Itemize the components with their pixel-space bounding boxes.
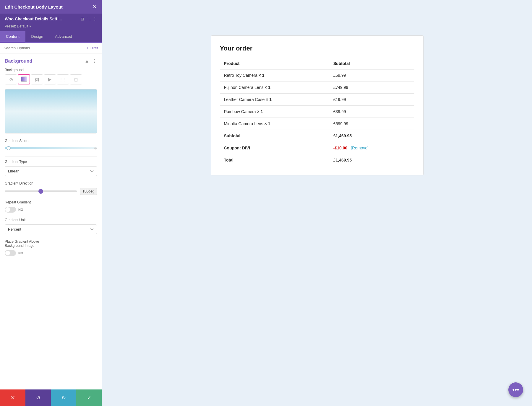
- tab-bar: Content Design Advanced: [0, 31, 102, 43]
- main-content: Your order Product Subtotal Retro Toy Ca…: [102, 0, 532, 406]
- gradient-direction-section: Gradient Direction 180deg: [5, 181, 97, 195]
- bg-type-gradient[interactable]: [18, 74, 30, 84]
- place-gradient-thumb: [5, 251, 10, 255]
- bg-type-image[interactable]: 🖼: [31, 74, 43, 84]
- table-row: Minolta Camera Lens × 1 £599.99: [220, 118, 414, 130]
- place-gradient-toggle-row: NO: [5, 250, 97, 256]
- gradient-type-label: Gradient Type: [5, 160, 97, 164]
- place-gradient-section: Place Gradient Above Background Image NO: [5, 239, 97, 256]
- gradient-type-dropdown[interactable]: Linear Radial Conic: [5, 166, 97, 176]
- repeat-gradient-thumb: [5, 207, 10, 212]
- order-card: Your order Product Subtotal Retro Toy Ca…: [211, 35, 424, 175]
- floating-btn-icon: •••: [512, 386, 519, 394]
- product-cell: Rainbow Camera × 1: [220, 106, 329, 118]
- preset-text[interactable]: Preset: Default ▾: [0, 24, 102, 31]
- gradient-type-section: Gradient Type Linear Radial Conic: [5, 160, 97, 176]
- repeat-gradient-toggle-label: NO: [18, 208, 23, 211]
- gradient-preview: [5, 89, 97, 133]
- cancel-button[interactable]: ✕: [0, 389, 25, 406]
- background-section-title: Background: [5, 58, 32, 64]
- gradient-stops-slider[interactable]: ⊕: [5, 145, 97, 151]
- repeat-gradient-section: Repeat Gradient NO: [5, 200, 97, 213]
- search-area: + Filter: [0, 43, 102, 53]
- video-icon: ▶: [48, 77, 52, 82]
- subtotal-row: Subtotal £1,469.95: [220, 130, 414, 142]
- place-gradient-toggle[interactable]: [5, 250, 16, 256]
- gradient-unit-section: Gradient Unit Percent Pixel: [5, 218, 97, 234]
- repeat-gradient-toggle-row: NO: [5, 207, 97, 213]
- product-cell: Fujinon Camera Lens × 1: [220, 81, 329, 94]
- tab-content[interactable]: Content: [0, 31, 25, 42]
- col-product: Product: [220, 58, 329, 69]
- sidebar-footer: ✕ ↺ ↻ ✓: [0, 389, 102, 406]
- responsive-icon[interactable]: ⊡: [81, 17, 84, 21]
- subtotal-label: Subtotal: [220, 130, 329, 142]
- undo-button[interactable]: ↺: [25, 389, 51, 406]
- background-field: Background ⊘: [5, 68, 97, 133]
- product-cell: Leather Camera Case × 1: [220, 94, 329, 106]
- widget-icon-group: ⊡ ⬚ ⋮: [81, 17, 97, 21]
- gradient-direction-label: Gradient Direction: [5, 181, 97, 185]
- subtotal-cell: £749.99: [329, 81, 414, 94]
- coupon-label: Coupon: DIVI: [220, 142, 329, 154]
- widget-title: Woo Checkout Details Setti...: [5, 17, 78, 21]
- mask-icon: ⬚: [74, 77, 78, 82]
- bg-type-none[interactable]: ⊘: [5, 74, 17, 84]
- section-more-icon[interactable]: ⋮: [92, 58, 97, 64]
- sidebar-scroll-content: Background ▲ ⋮ Background ⊘: [0, 53, 102, 389]
- background-field-label: Background: [5, 68, 97, 72]
- gradient-unit-dropdown[interactable]: Percent Pixel: [5, 224, 97, 234]
- sidebar-header-title: Edit Checkout Body Layout: [5, 4, 63, 9]
- collapse-icon[interactable]: ▲: [85, 58, 89, 64]
- bg-type-pattern[interactable]: ⋮⋮: [57, 74, 69, 84]
- subtotal-cell: £59.99: [329, 69, 414, 81]
- image-icon: 🖼: [35, 77, 39, 82]
- save-button[interactable]: ✓: [76, 389, 102, 406]
- bg-type-mask[interactable]: ⬚: [70, 74, 82, 84]
- layout-icon[interactable]: ⬚: [87, 17, 90, 21]
- floating-action-button[interactable]: •••: [508, 382, 523, 397]
- product-cell: Retro Toy Camera × 1: [220, 69, 329, 81]
- total-row: Total £1,469.95: [220, 154, 414, 166]
- tab-design[interactable]: Design: [25, 31, 49, 42]
- none-icon: ⊘: [9, 77, 13, 82]
- search-input[interactable]: [4, 46, 84, 50]
- coupon-row: Coupon: DIVI -£10.00 [Remove]: [220, 142, 414, 154]
- redo-button[interactable]: ↻: [51, 389, 76, 406]
- gradient-direction-thumb[interactable]: [38, 189, 43, 194]
- bg-type-video[interactable]: ▶: [44, 74, 56, 84]
- gradient-stops-thumb[interactable]: [7, 146, 11, 150]
- repeat-gradient-label: Repeat Gradient: [5, 200, 97, 204]
- gradient-direction-value[interactable]: 180deg: [80, 188, 97, 195]
- sidebar: Edit Checkout Body Layout ✕ Woo Checkout…: [0, 0, 102, 406]
- subtotal-cell: £19.99: [329, 94, 414, 106]
- table-row: Fujinon Camera Lens × 1 £749.99: [220, 81, 414, 94]
- subtotal-cell: £39.99: [329, 106, 414, 118]
- gradient-direction-row: 180deg: [5, 188, 97, 195]
- total-label: Total: [220, 154, 329, 166]
- close-icon[interactable]: ✕: [93, 4, 97, 10]
- table-row: Leather Camera Case × 1 £19.99: [220, 94, 414, 106]
- product-cell: Minolta Camera Lens × 1: [220, 118, 329, 130]
- repeat-gradient-toggle[interactable]: [5, 207, 16, 213]
- tab-advanced[interactable]: Advanced: [49, 31, 78, 42]
- coupon-value: -£10.00 [Remove]: [329, 142, 414, 154]
- gradient-direction-track[interactable]: [5, 190, 77, 192]
- col-subtotal: Subtotal: [329, 58, 414, 69]
- gradient-unit-label: Gradient Unit: [5, 218, 97, 222]
- gradient-stops-extra[interactable]: ⊕: [94, 146, 97, 150]
- filter-button[interactable]: + Filter: [86, 46, 98, 50]
- coupon-remove-link[interactable]: [Remove]: [351, 146, 369, 150]
- widget-title-bar: Woo Checkout Details Setti... ⊡ ⬚ ⋮: [0, 14, 102, 24]
- gradient-type-icon: [21, 76, 27, 83]
- gradient-stops-track: [5, 147, 97, 149]
- order-table: Product Subtotal Retro Toy Camera × 1 £5…: [220, 58, 414, 166]
- background-section-header: Background ▲ ⋮: [5, 58, 97, 64]
- order-title: Your order: [220, 45, 414, 52]
- table-row: Retro Toy Camera × 1 £59.99: [220, 69, 414, 81]
- more-icon[interactable]: ⋮: [93, 17, 97, 21]
- gradient-stops-label: Gradient Stops: [5, 139, 97, 143]
- section-actions: ▲ ⋮: [85, 58, 97, 64]
- subtotal-value: £1,469.95: [329, 130, 414, 142]
- bg-type-icons: ⊘: [5, 74, 97, 84]
